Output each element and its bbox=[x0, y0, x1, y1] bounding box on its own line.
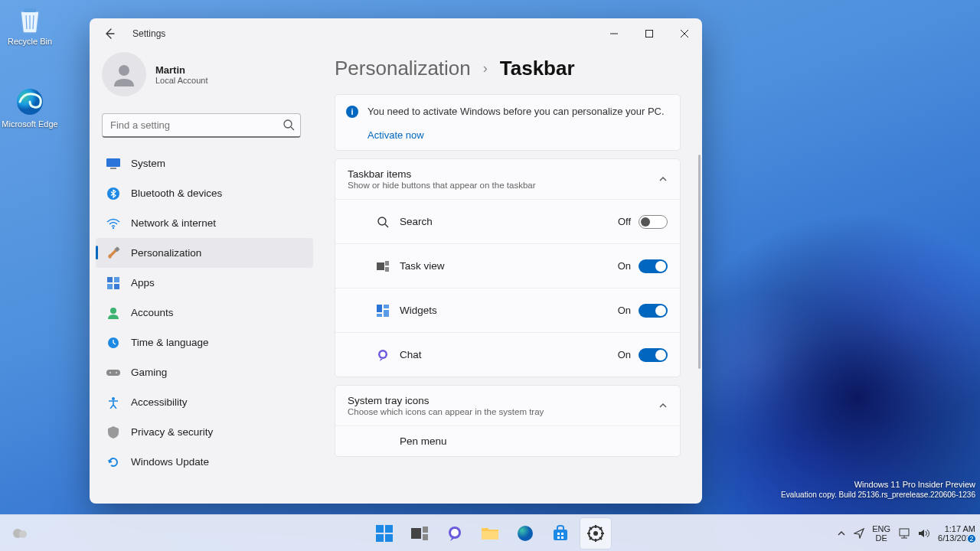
svg-rect-17 bbox=[114, 284, 119, 289]
settings-button[interactable] bbox=[580, 518, 611, 549]
svg-rect-52 bbox=[561, 536, 564, 539]
svg-rect-16 bbox=[107, 284, 113, 289]
svg-point-22 bbox=[116, 371, 117, 373]
store-button[interactable] bbox=[545, 518, 576, 549]
svg-rect-42 bbox=[423, 527, 428, 533]
taskview-icon bbox=[411, 527, 428, 540]
search-icon bbox=[372, 216, 394, 228]
toggle-state: Off bbox=[618, 216, 631, 227]
taskbar: ENG DE 1:17 AM 6/13/2022 2 bbox=[0, 514, 980, 551]
sidebar-item-label: Network & internet bbox=[131, 217, 216, 229]
sidebar-item-label: Privacy & security bbox=[131, 426, 213, 438]
svg-rect-15 bbox=[114, 277, 119, 282]
tray-overflow[interactable] bbox=[837, 529, 846, 538]
sidebar-item-privacy[interactable]: Privacy & security bbox=[96, 417, 313, 447]
window-title: Settings bbox=[132, 28, 165, 39]
user-box[interactable]: Martin Local Account bbox=[90, 49, 313, 107]
svg-rect-40 bbox=[385, 534, 393, 542]
titlebar[interactable]: Settings bbox=[90, 18, 702, 49]
info-icon: i bbox=[346, 106, 358, 118]
svg-line-25 bbox=[385, 224, 388, 227]
search-input[interactable] bbox=[102, 113, 301, 138]
svg-point-7 bbox=[284, 120, 292, 128]
back-button[interactable] bbox=[96, 20, 123, 47]
settings-window: Settings Martin Local Account bbox=[90, 18, 702, 504]
svg-rect-9 bbox=[106, 158, 120, 167]
svg-point-24 bbox=[378, 217, 386, 225]
user-sub: Local Account bbox=[155, 76, 208, 85]
arrow-left-icon bbox=[103, 28, 116, 40]
svg-rect-50 bbox=[561, 533, 564, 535]
taskview-button[interactable] bbox=[404, 518, 435, 549]
close-button[interactable] bbox=[667, 19, 702, 48]
sidebar-item-update[interactable]: Windows Update bbox=[96, 447, 313, 477]
desktop-icon-recycle-bin[interactable]: Recycle Bin bbox=[2, 3, 58, 46]
gamepad-icon bbox=[106, 366, 120, 380]
scrollbar-thumb[interactable] bbox=[698, 155, 701, 369]
svg-line-8 bbox=[291, 127, 294, 130]
tray-location[interactable] bbox=[854, 528, 864, 539]
toggle-switch-chat[interactable] bbox=[639, 348, 668, 362]
search-box bbox=[102, 113, 301, 138]
explorer-button[interactable] bbox=[475, 518, 505, 549]
desktop-icon-label: Recycle Bin bbox=[2, 37, 58, 46]
desktop-icon-edge[interactable]: Microsoft Edge bbox=[2, 86, 58, 129]
svg-point-45 bbox=[451, 529, 459, 536]
toggle-switch-widgets[interactable] bbox=[639, 304, 668, 318]
system-icon bbox=[106, 157, 120, 171]
svg-point-23 bbox=[112, 397, 115, 400]
sidebar-item-label: Gaming bbox=[131, 367, 167, 378]
svg-rect-37 bbox=[376, 525, 384, 533]
search-icon[interactable] bbox=[283, 119, 295, 131]
maximize-button[interactable] bbox=[632, 19, 667, 48]
toggle-row-widgets: Widgets On bbox=[335, 288, 680, 332]
tray-clock[interactable]: 1:17 AM 6/13/2022 2 bbox=[938, 524, 975, 543]
recycle-bin-icon bbox=[14, 3, 46, 35]
edge-button[interactable] bbox=[510, 518, 541, 549]
tray-network[interactable] bbox=[898, 528, 910, 539]
svg-rect-10 bbox=[110, 168, 116, 169]
svg-point-54 bbox=[593, 531, 598, 536]
sidebar-item-time[interactable]: Time & language bbox=[96, 328, 313, 357]
taskbar-apps bbox=[369, 518, 611, 549]
svg-rect-0 bbox=[24, 8, 36, 12]
toggle-switch-search[interactable] bbox=[639, 215, 668, 229]
bluetooth-icon bbox=[106, 187, 120, 201]
toggle-switch-taskview[interactable] bbox=[639, 259, 668, 273]
svg-rect-3 bbox=[646, 31, 653, 37]
activation-card: i You need to activate Windows before yo… bbox=[335, 94, 681, 151]
sidebar-item-accessibility[interactable]: Accessibility bbox=[96, 387, 313, 417]
sidebar-item-apps[interactable]: Apps bbox=[96, 268, 313, 298]
toggle-state: On bbox=[618, 349, 631, 360]
breadcrumb-parent[interactable]: Personalization bbox=[335, 57, 471, 80]
brush-icon bbox=[106, 246, 120, 260]
toggle-row-penmenu: Pen menu bbox=[335, 425, 680, 456]
svg-point-34 bbox=[381, 351, 386, 357]
sidebar-item-gaming[interactable]: Gaming bbox=[96, 357, 313, 387]
tray-language[interactable]: ENG DE bbox=[872, 524, 890, 543]
close-icon bbox=[681, 30, 688, 37]
sidebar-item-personalization[interactable]: Personalization bbox=[96, 238, 313, 268]
system-tray-card: System tray icons Choose which icons can… bbox=[335, 385, 681, 457]
volume-icon bbox=[918, 528, 930, 539]
sidebar-item-network[interactable]: Network & internet bbox=[96, 208, 313, 238]
taskbar-weather[interactable] bbox=[5, 518, 35, 549]
activate-link[interactable]: Activate now bbox=[368, 129, 424, 141]
chat-button[interactable] bbox=[439, 518, 470, 549]
sidebar-item-accounts[interactable]: Accounts bbox=[96, 298, 313, 328]
start-button[interactable] bbox=[369, 518, 400, 549]
network-icon bbox=[898, 528, 910, 539]
sidebar-item-bluetooth[interactable]: Bluetooth & devices bbox=[96, 178, 313, 208]
tray-volume[interactable] bbox=[918, 528, 930, 539]
location-icon bbox=[854, 528, 864, 539]
svg-rect-20 bbox=[106, 370, 120, 376]
toggle-label: Chat bbox=[400, 349, 618, 360]
minimize-icon bbox=[610, 30, 618, 37]
svg-point-21 bbox=[109, 371, 111, 373]
sidebar-item-system[interactable]: System bbox=[96, 148, 313, 178]
system-tray-header[interactable]: System tray icons Choose which icons can… bbox=[335, 386, 680, 425]
user-name: Martin bbox=[155, 64, 208, 76]
activation-text: You need to activate Windows before you … bbox=[368, 106, 668, 117]
taskbar-items-header[interactable]: Taskbar items Show or hide buttons that … bbox=[335, 159, 680, 199]
minimize-button[interactable] bbox=[596, 19, 632, 48]
